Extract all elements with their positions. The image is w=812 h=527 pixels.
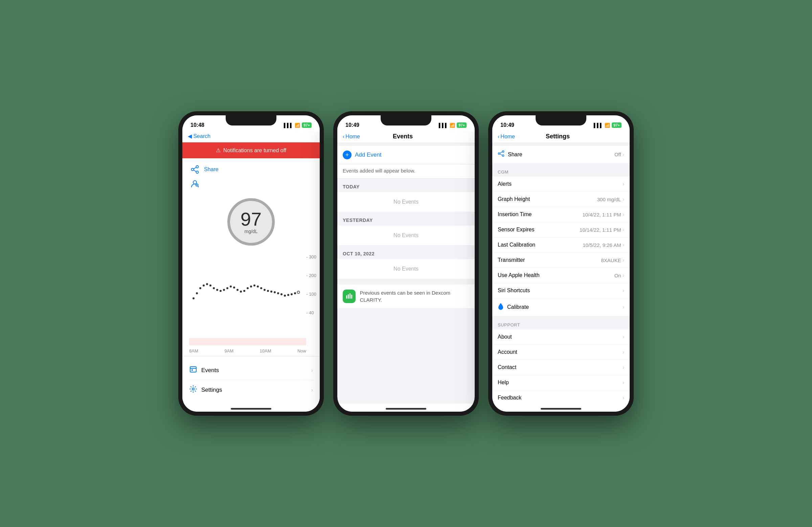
calibrate-row[interactable]: Calibrate ›	[492, 298, 629, 316]
section-today: TODAY	[337, 181, 475, 192]
dexcom-clarity-text: Previous events can be seen in Dexcom CL…	[360, 289, 469, 304]
svg-point-31	[270, 291, 272, 293]
svg-point-50	[498, 153, 500, 155]
x-label-8am: 8AM	[189, 348, 198, 353]
glucose-unit: mg/dL	[245, 229, 258, 234]
events-nav-item[interactable]: Events ›	[189, 361, 313, 380]
svg-line-52	[500, 154, 503, 155]
nav-bar-3: ‹ Home Settings	[492, 132, 629, 143]
phone-3: 10:49 ▌▌▌ 📶 97+ ‹ Home Settings	[488, 111, 634, 416]
account-row[interactable]: Account ›	[492, 345, 629, 360]
svg-point-18	[226, 287, 228, 289]
apple-health-value: On	[614, 273, 621, 278]
home-indicator-3	[492, 404, 629, 412]
help-chevron: ›	[623, 380, 624, 385]
back-search-1[interactable]: ◀ Search	[188, 133, 211, 140]
back-label-2: Home	[345, 134, 360, 140]
contact-chevron: ›	[623, 364, 624, 370]
calibrate-label: Calibrate	[507, 304, 529, 310]
back-home-3[interactable]: ‹ Home	[498, 134, 515, 140]
svg-rect-47	[351, 295, 352, 299]
settings-nav-item[interactable]: Settings ›	[189, 380, 313, 399]
chart-y-labels: - 300 - 200 - 100 - 40	[306, 254, 316, 315]
wifi-icon-2: 📶	[450, 123, 455, 128]
siri-shortcuts-label: Siri Shortcuts	[498, 288, 530, 294]
alerts-chevron: ›	[623, 181, 624, 187]
notch-2	[381, 115, 431, 126]
svg-line-51	[500, 152, 503, 153]
help-row[interactable]: Help ›	[492, 375, 629, 390]
feedback-row[interactable]: Feedback ›	[492, 390, 629, 404]
home-indicator-1	[183, 404, 320, 412]
last-calibration-row[interactable]: Last Calibration 10/5/22, 9:26 AM ›	[492, 237, 629, 253]
svg-rect-46	[349, 293, 350, 299]
svg-rect-44	[346, 295, 347, 299]
svg-point-29	[264, 289, 265, 291]
phone-1: 10:48 ▌▌▌ 📶 97+ ◀ Search ⚠ Notifications…	[178, 111, 324, 416]
svg-point-0	[196, 166, 199, 168]
svg-point-39	[298, 291, 300, 294]
back-home-2[interactable]: ‹ Home	[343, 134, 360, 140]
add-event-label: Add Event	[355, 151, 381, 158]
insertion-time-row[interactable]: Insertion Time 10/4/22, 1:11 PM ›	[492, 207, 629, 222]
svg-point-34	[280, 293, 282, 295]
back-label-3: Home	[501, 134, 515, 140]
transmitter-label: Transmitter	[498, 257, 525, 263]
notification-banner[interactable]: ⚠ Notifications are turned off	[183, 142, 320, 158]
today-label: TODAY	[343, 184, 360, 189]
signal-icon-1: ▌▌▌	[284, 123, 293, 128]
share-settings-row[interactable]: Share Off ›	[492, 146, 629, 163]
contact-row[interactable]: Contact ›	[492, 360, 629, 375]
svg-point-48	[503, 151, 504, 152]
events-content: + Add Event Events added will appear bel…	[337, 143, 475, 404]
svg-point-36	[287, 294, 289, 296]
person-icon-item	[189, 178, 313, 189]
share-item[interactable]: Share	[189, 164, 313, 175]
svg-point-33	[277, 292, 279, 294]
svg-point-23	[243, 290, 245, 292]
svg-point-25	[250, 286, 252, 288]
svg-point-20	[233, 287, 235, 289]
dexcom-clarity-row[interactable]: Previous events can be seen in Dexcom CL…	[337, 284, 475, 308]
share-chevron: ›	[623, 151, 624, 158]
about-row[interactable]: About ›	[492, 330, 629, 345]
share-value: Off	[614, 151, 621, 157]
chart-x-labels: 8AM 9AM 10AM Now	[189, 348, 306, 353]
nav-bar-1: ◀ Search	[183, 132, 320, 142]
graph-height-row[interactable]: Graph Height 300 mg/dL ›	[492, 192, 629, 207]
insertion-time-value: 10/4/22, 1:11 PM	[582, 212, 621, 218]
alerts-row[interactable]: Alerts ›	[492, 177, 629, 192]
svg-point-13	[209, 284, 212, 287]
signal-icon-3: ▌▌▌	[594, 123, 603, 128]
svg-point-43	[192, 388, 194, 390]
svg-rect-40	[190, 367, 196, 372]
svg-point-35	[284, 295, 286, 297]
add-event-row[interactable]: + Add Event	[337, 146, 475, 164]
home-content: Share	[183, 158, 320, 404]
siri-shortcuts-row[interactable]: Siri Shortcuts ›	[492, 283, 629, 298]
share-label: Share	[204, 166, 219, 173]
water-drop-icon	[498, 303, 504, 311]
notch-3	[536, 115, 586, 126]
no-events-yesterday: No Events	[337, 225, 475, 246]
alerts-label: Alerts	[498, 181, 511, 187]
apple-health-row[interactable]: Use Apple Health On ›	[492, 268, 629, 283]
events-title: Events	[360, 133, 446, 140]
svg-point-22	[240, 291, 242, 293]
about-label: About	[498, 334, 512, 340]
status-icons-3: ▌▌▌ 📶 97+	[594, 122, 622, 128]
calibrate-chevron: ›	[623, 304, 624, 310]
x-label-9am: 9AM	[224, 348, 233, 353]
sensor-expires-row[interactable]: Sensor Expires 10/14/22, 1:11 PM ›	[492, 222, 629, 237]
nav-bar-2: ‹ Home Events	[337, 132, 475, 143]
x-label-10am: 10AM	[260, 348, 271, 353]
contact-label: Contact	[498, 364, 516, 370]
transmitter-row[interactable]: Transmitter 8XAUKE ›	[492, 253, 629, 268]
home-indicator-2	[337, 404, 475, 412]
graph-height-chevron: ›	[623, 196, 624, 202]
feedback-chevron: ›	[623, 395, 624, 401]
svg-point-9	[196, 292, 198, 294]
no-events-today-text: No Events	[393, 199, 419, 205]
svg-rect-45	[348, 294, 349, 299]
signal-icon-2: ▌▌▌	[439, 123, 448, 128]
